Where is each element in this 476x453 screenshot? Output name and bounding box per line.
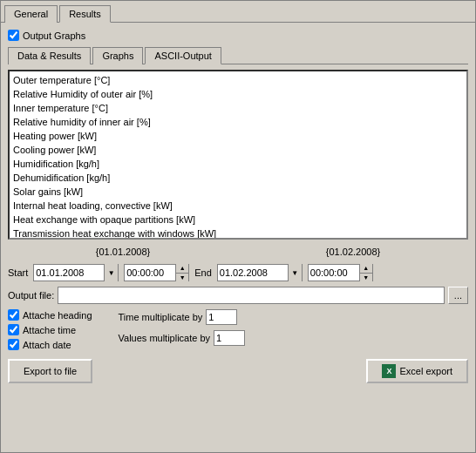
- start-end-row: Start ▼ ▲ ▼ End ▼ ▲ ▼: [8, 264, 468, 281]
- list-item[interactable]: Outer temperature [°C]: [11, 73, 465, 87]
- start-time-down-btn[interactable]: ▼: [176, 274, 188, 282]
- start-date-combo[interactable]: ▼: [33, 264, 119, 281]
- end-date-combo[interactable]: ▼: [217, 264, 303, 281]
- attache-heading-checkbox[interactable]: [8, 309, 19, 321]
- values-multiplier-input[interactable]: [214, 330, 245, 346]
- list-item[interactable]: Heat exchange with opaque partitions [kW…: [11, 213, 465, 226]
- excel-export-label: Excel export: [399, 366, 452, 376]
- sub-tab-bar: Data & Results Graphs ASCII-Output: [8, 46, 468, 64]
- export-to-file-button[interactable]: Export to file: [8, 359, 92, 383]
- checkboxes-col: Attache heading Attache time Attach date: [8, 309, 92, 350]
- start-time-up-btn[interactable]: ▲: [176, 264, 188, 274]
- attach-date-label: Attach date: [23, 340, 71, 350]
- output-list[interactable]: Outer temperature [°C]Relative Humidity …: [10, 71, 466, 238]
- start-time-spin[interactable]: ▲ ▼: [124, 264, 189, 281]
- file-row: Output file: ...: [8, 287, 468, 304]
- tab-ascii-output[interactable]: ASCII-Output: [145, 47, 221, 64]
- end-date-display: {01.02.2008}: [326, 247, 380, 257]
- list-item[interactable]: Solar gains [kW]: [11, 185, 465, 199]
- attache-time-label: Attache time: [23, 325, 76, 335]
- end-time-spinners: ▲ ▼: [359, 264, 372, 281]
- excel-icon: X: [382, 364, 396, 378]
- start-date-display: {01.01.2008}: [96, 247, 150, 257]
- tab-general[interactable]: General: [4, 5, 58, 23]
- browse-button[interactable]: ...: [448, 287, 468, 304]
- values-multiplier-row: Values multiplicate by: [119, 330, 246, 346]
- file-label: Output file:: [8, 290, 54, 301]
- list-item[interactable]: Dehumidification [kg/h]: [11, 171, 465, 185]
- multipliers-col: Time multiplicate by Values multiplicate…: [119, 309, 246, 350]
- date-display-row: {01.01.2008} {01.02.2008}: [8, 245, 468, 259]
- attache-heading-row: Attache heading: [8, 309, 92, 321]
- output-graphs-row: Output Graphs: [8, 30, 468, 41]
- main-content-area: Output Graphs Data & Results Graphs ASCI…: [1, 23, 475, 452]
- tab-graphs[interactable]: Graphs: [92, 47, 143, 64]
- bottom-buttons: Export to file X Excel export: [8, 359, 468, 383]
- attach-date-checkbox[interactable]: [8, 339, 19, 350]
- output-graphs-checkbox[interactable]: [8, 30, 19, 41]
- time-multiplier-row: Time multiplicate by: [119, 309, 246, 325]
- export-to-file-label: Export to file: [24, 366, 77, 376]
- end-date-dropdown-btn[interactable]: ▼: [288, 264, 302, 281]
- end-time-spin[interactable]: ▲ ▼: [308, 264, 373, 281]
- time-multiplier-input[interactable]: [206, 309, 237, 325]
- list-item[interactable]: Relative humidity of inner air [%]: [11, 115, 465, 129]
- end-time-input[interactable]: [309, 267, 359, 279]
- attache-time-checkbox[interactable]: [8, 324, 19, 335]
- attache-time-row: Attache time: [8, 324, 92, 335]
- list-item[interactable]: Internal heat loading, convective [kW]: [11, 199, 465, 213]
- start-date-input[interactable]: [34, 267, 104, 279]
- top-tab-bar: General Results: [1, 1, 475, 23]
- start-time-input[interactable]: [125, 267, 175, 279]
- end-date-input[interactable]: [218, 267, 288, 279]
- output-list-container: Outer temperature [°C]Relative Humidity …: [8, 70, 468, 240]
- start-label: Start: [8, 267, 28, 278]
- end-time-up-btn[interactable]: ▲: [360, 264, 372, 274]
- values-multiplier-label: Values multiplicate by: [119, 333, 211, 343]
- list-item[interactable]: Humidification [kg/h]: [11, 157, 465, 171]
- options-area: Attache heading Attache time Attach date…: [8, 309, 468, 350]
- excel-export-button[interactable]: X Excel export: [366, 359, 468, 383]
- tab-data-results[interactable]: Data & Results: [8, 47, 91, 64]
- list-item[interactable]: Cooling power [kW]: [11, 143, 465, 157]
- list-item[interactable]: Transmission heat exchange with windows …: [11, 226, 465, 238]
- file-input[interactable]: [58, 287, 445, 304]
- start-time-spinners: ▲ ▼: [175, 264, 188, 281]
- start-date-dropdown-btn[interactable]: ▼: [104, 264, 118, 281]
- list-item[interactable]: Inner temperature [°C]: [11, 101, 465, 115]
- attach-date-row: Attach date: [8, 339, 92, 350]
- end-label: End: [194, 267, 212, 278]
- output-graphs-label: Output Graphs: [23, 30, 85, 41]
- time-multiplier-label: Time multiplicate by: [119, 312, 203, 322]
- tab-results[interactable]: Results: [59, 5, 111, 23]
- list-item[interactable]: Relative Humidity of outer air [%]: [11, 87, 465, 101]
- attache-heading-label: Attache heading: [23, 310, 92, 321]
- end-time-down-btn[interactable]: ▼: [360, 274, 372, 282]
- main-window: General Results Output Graphs Data & Res…: [0, 0, 476, 453]
- list-item[interactable]: Heating power [kW]: [11, 129, 465, 143]
